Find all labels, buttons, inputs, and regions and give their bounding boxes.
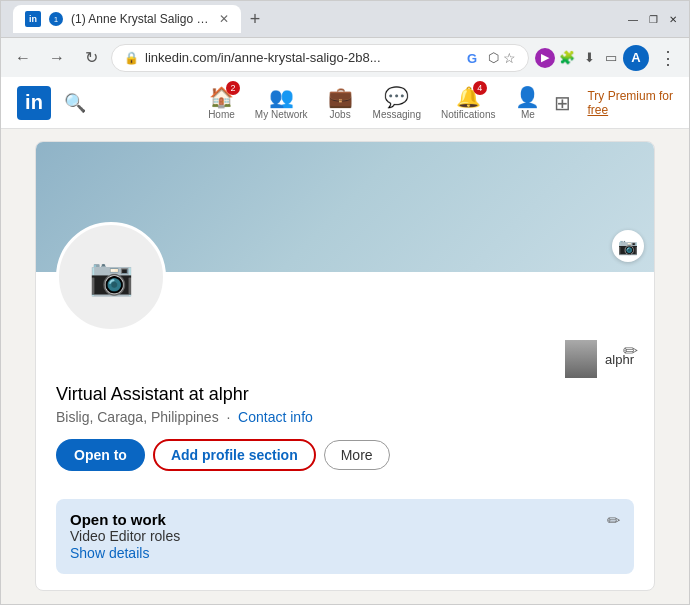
restore-button[interactable]: ❐ [645, 11, 661, 27]
network-label: My Network [255, 109, 308, 120]
open-to-work-title: Open to work [70, 511, 620, 528]
notifications-icon: 🔔 4 [456, 85, 481, 109]
messaging-label: Messaging [373, 109, 421, 120]
download-icon[interactable]: ⬇ [579, 48, 599, 68]
avatar[interactable]: 📷 [56, 222, 166, 332]
address-input[interactable]: 🔒 linkedin.com/in/anne-krystal-saligo-2b… [111, 44, 529, 72]
window-controls: — ❐ ✕ [625, 11, 681, 27]
avatar-area: 📷 [56, 222, 166, 332]
avatar-camera-icon: 📷 [89, 256, 134, 298]
puzzle-icon[interactable]: 🧩 [557, 48, 577, 68]
open-to-work-show-details-link[interactable]: Show details [70, 545, 149, 561]
open-to-work-card: ✏ Open to work Video Editor roles Show d… [56, 499, 634, 574]
home-label: Home [208, 109, 235, 120]
premium-link[interactable]: Try Premium for free [587, 89, 673, 117]
tab-area: in 1 (1) Anne Krystal Saligo | LinkedIn … [9, 5, 617, 33]
home-icon: 🏠 2 [209, 85, 234, 109]
linkedin-navbar: in 🔍 🏠 2 Home 👥 My Network 💼 Jobs 💬 M [1, 77, 689, 129]
google-icon: G [466, 49, 484, 67]
more-button[interactable]: More [324, 440, 390, 470]
grid-icon[interactable]: ⊞ [554, 91, 571, 115]
sidebar-icon[interactable]: ▭ [601, 48, 621, 68]
sidebar-item-network[interactable]: 👥 My Network [245, 85, 318, 120]
linkedin-search-icon[interactable]: 🔍 [59, 87, 91, 119]
lock-icon: 🔒 [124, 51, 139, 65]
sidebar-item-jobs[interactable]: 💼 Jobs [318, 85, 363, 120]
messaging-icon: 💬 [384, 85, 409, 109]
sidebar-item-home[interactable]: 🏠 2 Home [198, 85, 245, 120]
extension-icons: ▶ 🧩 ⬇ ▭ A [535, 45, 649, 71]
tab-notification-badge: 1 [49, 12, 63, 26]
company-logo-image [565, 340, 597, 378]
tab-title: (1) Anne Krystal Saligo | LinkedIn [71, 12, 211, 26]
close-button[interactable]: ✕ [665, 11, 681, 27]
jobs-icon: 💼 [328, 85, 353, 109]
browser-menu-button[interactable]: ⋮ [655, 47, 681, 69]
sidebar-item-notifications[interactable]: 🔔 4 Notifications [431, 85, 505, 120]
company-logo [565, 340, 597, 378]
me-label: Me [521, 109, 535, 120]
add-profile-section-button[interactable]: Add profile section [153, 439, 316, 471]
address-text: linkedin.com/in/anne-krystal-saligo-2b8.… [145, 50, 460, 65]
me-icon: 👤 [515, 85, 540, 109]
notifications-label: Notifications [441, 109, 495, 120]
tab-favicon: in [25, 11, 41, 27]
forward-button[interactable]: → [43, 44, 71, 72]
page-content: 📷 📷 ✏ alphr Virtual Assista [1, 129, 689, 604]
open-to-work-subtitle: Video Editor roles [70, 528, 620, 544]
profile-info: ✏ alphr Virtual Assistant at alphr Bisli… [36, 332, 654, 487]
share-icon: ⬡ [488, 50, 499, 65]
sidebar-item-me[interactable]: 👤 Me [505, 85, 550, 120]
network-icon: 👥 [269, 85, 294, 109]
open-to-button[interactable]: Open to [56, 439, 145, 471]
open-to-work-edit-button[interactable]: ✏ [607, 511, 620, 530]
job-title: Virtual Assistant at alphr [56, 384, 634, 405]
browser-window: in 1 (1) Anne Krystal Saligo | LinkedIn … [0, 0, 690, 605]
location: Bislig, Caraga, Philippines · Contact in… [56, 409, 634, 425]
jobs-label: Jobs [330, 109, 351, 120]
bookmark-icon[interactable]: ☆ [503, 50, 516, 66]
new-tab-button[interactable]: + [241, 5, 269, 33]
title-bar: in 1 (1) Anne Krystal Saligo | LinkedIn … [1, 1, 689, 37]
profile-card: 📷 📷 ✏ alphr Virtual Assista [35, 141, 655, 591]
linkedin-nav-items: 🏠 2 Home 👥 My Network 💼 Jobs 💬 Messaging… [198, 85, 550, 120]
action-buttons: Open to Add profile section More [56, 439, 634, 471]
company-row: alphr [56, 340, 634, 378]
notifications-badge: 4 [473, 81, 487, 95]
contact-info-link[interactable]: Contact info [238, 409, 313, 425]
address-right-icons: G ⬡ ☆ [466, 49, 516, 67]
back-button[interactable]: ← [9, 44, 37, 72]
profile-edit-button[interactable]: ✏ [623, 340, 638, 362]
home-badge: 2 [226, 81, 240, 95]
tab-close-button[interactable]: ✕ [219, 12, 229, 26]
refresh-button[interactable]: ↻ [77, 44, 105, 72]
extension-icon-purple[interactable]: ▶ [535, 48, 555, 68]
linkedin-logo[interactable]: in [17, 86, 51, 120]
browser-profile[interactable]: A [623, 45, 649, 71]
cover-photo-edit-button[interactable]: 📷 [612, 230, 644, 262]
address-bar: ← → ↻ 🔒 linkedin.com/in/anne-krystal-sal… [1, 37, 689, 77]
active-tab[interactable]: in 1 (1) Anne Krystal Saligo | LinkedIn … [13, 5, 241, 33]
svg-text:G: G [467, 51, 477, 66]
sidebar-item-messaging[interactable]: 💬 Messaging [363, 85, 431, 120]
minimize-button[interactable]: — [625, 11, 641, 27]
cover-camera-icon: 📷 [618, 237, 638, 256]
